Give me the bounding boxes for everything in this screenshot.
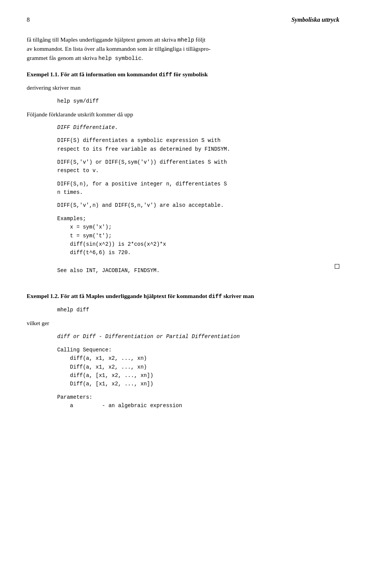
example-2-heading: Exempel 1.2. För att få Maples underligg… — [27, 292, 339, 301]
diff-description-block3: DIFF(S,n), for a positive integer n, dif… — [57, 180, 339, 197]
example-2-label: Exempel 1.2. — [27, 293, 59, 299]
page-title: Symboliska uttryck — [291, 15, 339, 24]
help-sym-diff-code: help sym/diff — [57, 97, 339, 105]
diff-description-block4: DIFF(S,'v',n) and DIFF(S,n,'v') are also… — [57, 201, 339, 209]
example-1-section: Exempel 1.1. För att få information om k… — [27, 70, 339, 279]
example-1-desc2: derivering skriver man — [27, 84, 80, 91]
diff-title-line: diff or Diff - Differentiation or Partia… — [57, 332, 339, 341]
diff-keyword-1: diff — [159, 72, 172, 78]
intro-text-2: av kommandot. En lista över alla kommand… — [27, 45, 210, 52]
intro-paragraph: få tillgång till Maples underliggande hj… — [27, 35, 339, 63]
diff-description-block1: DIFF(S) differentiates a symbolic expres… — [57, 136, 339, 153]
vilket-ger-text: vilket ger — [27, 319, 339, 328]
example-1-desc: För att få information om kommandot diff… — [61, 71, 208, 77]
see-also-line: See also INT, JACOBIAN, FINDSYM. — [27, 262, 339, 279]
mhelp-diff-code: mhelp diff — [57, 306, 339, 314]
example-1-label: Exempel 1.1. — [27, 71, 59, 77]
example-1-body: derivering skriver man — [27, 83, 339, 92]
parameters-block: Parameters: a - an algebraic expression — [57, 393, 339, 410]
example-2-desc: För att få Maples underliggande hjälptex… — [61, 293, 254, 299]
see-also-text: See also INT, JACOBIAN, FINDSYM. — [57, 266, 160, 275]
intro-text-3: grammet fås genom att skriva help symbol… — [27, 55, 143, 61]
calling-sequence-block: Calling Sequence: diff(a, x1, x2, ..., x… — [57, 346, 339, 388]
example-1-heading: Exempel 1.1. För att få information om k… — [27, 70, 339, 79]
mhelp-keyword: mhelp — [178, 37, 194, 43]
diff-title: DIFF Differentiate. — [57, 124, 339, 132]
intro-text-1: få tillgång till Maples underliggande hj… — [27, 36, 205, 43]
diff-description-block2: DIFF(S,'v') or DIFF(S,sym('v')) differen… — [57, 158, 339, 175]
page-number: 8 — [27, 15, 30, 24]
diff-keyword-2: diff — [209, 293, 222, 300]
help-symbolic-keyword: help symbolic — [98, 55, 141, 61]
following-text: Följande förklarande utskrift kommer då … — [27, 110, 339, 119]
examples-block: Examples; x = sym('x'); t = sym('t'); di… — [57, 214, 339, 257]
end-box-symbol — [335, 264, 339, 269]
example-2-section: Exempel 1.2. För att få Maples underligg… — [27, 292, 339, 410]
